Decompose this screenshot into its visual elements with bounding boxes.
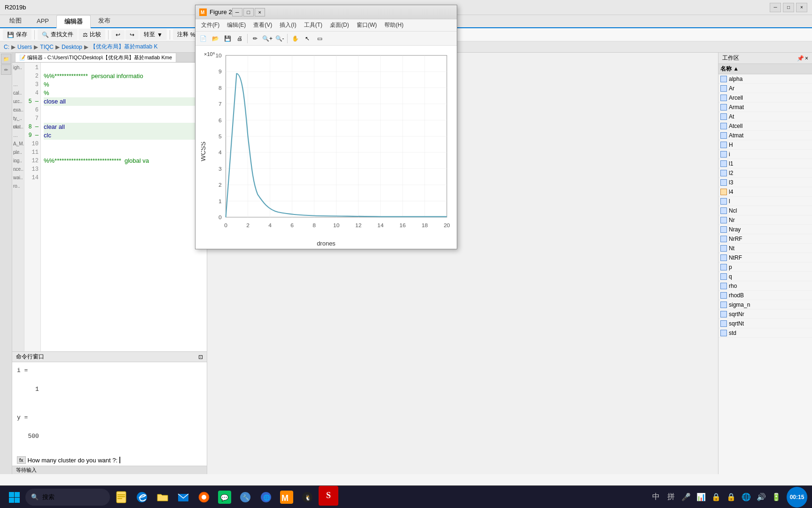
workspace-item-atcell[interactable]: Atcell — [718, 121, 812, 131]
fig-menu-window[interactable]: 窗口(W) — [353, 20, 381, 31]
taskbar-clock[interactable]: 00:15 — [787, 487, 807, 508]
fig-tb-print[interactable]: 🖨 — [234, 33, 245, 44]
start-button[interactable] — [5, 488, 23, 507]
fig-tb-edit[interactable]: ✏ — [250, 33, 261, 44]
workspace-close-icon[interactable]: × — [805, 55, 808, 62]
taskbar-icon-1[interactable]: 中 — [649, 491, 663, 504]
compare-button[interactable]: ⚖ 比较 — [78, 29, 105, 40]
maximize-button[interactable]: □ — [783, 3, 794, 12]
workspace-item-ar[interactable]: Ar — [718, 84, 812, 93]
fig-menu-tools[interactable]: 工具(T) — [300, 20, 326, 31]
workspace-item-l[interactable]: l — [718, 197, 812, 206]
workspace-item-i[interactable]: i — [718, 150, 812, 159]
fig-tb-open[interactable]: 📂 — [210, 33, 221, 44]
taskbar-app-tools[interactable]: 🔧 — [236, 488, 255, 507]
workspace-pin-icon[interactable]: 📌 — [797, 55, 804, 62]
workspace-item-rhodb[interactable]: rhodB — [718, 291, 812, 300]
fig-menu-help[interactable]: 帮助(H) — [381, 20, 407, 31]
workspace-item-rho[interactable]: rho — [718, 281, 812, 291]
workspace-item-l3[interactable]: l3 — [718, 178, 812, 187]
taskbar-search[interactable]: 🔍 搜索 — [25, 489, 110, 506]
redo-button[interactable]: ↪ — [125, 30, 139, 40]
taskbar-app-file[interactable] — [112, 488, 131, 507]
nav-icon-2[interactable]: ✏ — [1, 64, 11, 75]
fig-tb-legend[interactable]: ▭ — [314, 33, 325, 44]
figure-minimize-btn[interactable]: ─ — [232, 8, 242, 16]
workspace-item-l2[interactable]: l2 — [718, 168, 812, 178]
breadcrumb-tiqc[interactable]: TIQC — [40, 44, 54, 50]
workspace-item-nr[interactable]: Nr — [718, 215, 812, 225]
breadcrumb-folder[interactable]: 【优化布局】基於matlab K — [90, 43, 157, 51]
workspace-item-alpha[interactable]: alpha — [718, 74, 812, 84]
taskbar-app-mail[interactable] — [174, 488, 193, 507]
workspace-item-h[interactable]: H — [718, 140, 812, 150]
fig-tb-new[interactable]: 📄 — [197, 33, 209, 44]
taskbar-app-wechat[interactable]: 💬 — [215, 488, 234, 507]
fig-tb-zoom-out[interactable]: 🔍- — [274, 33, 285, 44]
save-button[interactable]: 💾 保存 — [3, 29, 31, 40]
taskbar-network-icon[interactable]: 🌐 — [740, 491, 753, 504]
fig-menu-view[interactable]: 查看(V) — [250, 20, 276, 31]
code-content[interactable]: %%************** personal informatio % %… — [41, 63, 207, 351]
taskbar-volume-icon[interactable]: 🔊 — [755, 491, 768, 504]
workspace-item-armat[interactable]: Armat — [718, 103, 812, 112]
nav-icon-1[interactable]: 📁 — [1, 54, 11, 64]
breadcrumb-c[interactable]: C: — [4, 44, 9, 50]
taskbar-table-icon[interactable]: 📊 — [695, 491, 708, 504]
fig-tb-cursor[interactable]: ↖ — [302, 33, 313, 44]
taskbar-app-browser1[interactable] — [195, 488, 213, 507]
fig-menu-desktop[interactable]: 桌面(D) — [326, 20, 353, 31]
workspace-item-nt[interactable]: Nt — [718, 244, 812, 253]
tab-app[interactable]: APP — [29, 14, 56, 27]
close-button[interactable]: × — [796, 3, 807, 12]
workspace-item-atmat[interactable]: Atmat — [718, 131, 812, 140]
taskbar-lock-icon[interactable]: 🔒 — [710, 491, 723, 504]
workspace-item-ntrf[interactable]: NtRF — [718, 253, 812, 262]
taskbar-mic-icon[interactable]: 🎤 — [679, 491, 693, 504]
taskbar-app-linux[interactable]: 🐧 — [298, 488, 317, 507]
workspace-item-q[interactable]: q — [718, 272, 812, 281]
goto-button[interactable]: 转至▼ — [140, 29, 167, 40]
minimize-button[interactable]: ─ — [770, 3, 781, 12]
workspace-item-std[interactable]: std — [718, 328, 812, 338]
figure-close-btn[interactable]: × — [255, 8, 265, 16]
fig-tb-save[interactable]: 💾 — [222, 33, 233, 44]
taskbar-pinyin-icon[interactable]: 拼 — [664, 491, 678, 504]
fig-menu-edit[interactable]: 编辑(E) — [223, 20, 250, 31]
figure-maximize-btn[interactable]: □ — [243, 8, 254, 16]
spss-icon[interactable]: S — [319, 486, 341, 508]
workspace-item-l1[interactable]: l1 — [718, 159, 812, 168]
workspace-item-at[interactable]: At — [718, 112, 812, 121]
workspace-item-arcell[interactable]: Arcell — [718, 93, 812, 103]
command-content[interactable]: i = 1 y = 500 — [12, 362, 207, 454]
fig-tb-zoom-in[interactable]: 🔍+ — [262, 33, 273, 44]
taskbar-app-folder[interactable] — [153, 488, 172, 507]
fig-menu-file[interactable]: 文件(F) — [197, 20, 223, 31]
label-empty — [12, 72, 24, 80]
workspace-item-sqrtnr[interactable]: sqrtNr — [718, 310, 812, 319]
tab-plot[interactable]: 绘图 — [2, 14, 29, 27]
workspace-item-nrrf[interactable]: NrRF — [718, 234, 812, 244]
breadcrumb-users[interactable]: Users — [17, 44, 32, 50]
fig-tb-pan[interactable]: ✋ — [289, 33, 301, 44]
workspace-item-l4[interactable]: l4 — [718, 187, 812, 197]
editor-tab[interactable]: 📝 编辑器 - C:\Users\TIQC\Desktop\【优化布局】基於ma… — [15, 53, 176, 62]
find-files-button[interactable]: 🔍 查找文件 — [38, 29, 78, 40]
workspace-item-nray[interactable]: Nray — [718, 225, 812, 234]
fig-menu-insert[interactable]: 插入(I) — [276, 20, 300, 31]
workspace-item-sigma_n[interactable]: sigma_n — [718, 300, 812, 310]
tab-publish[interactable]: 发布 — [91, 14, 118, 27]
taskbar-app-browser2[interactable]: 🌐 — [257, 488, 275, 507]
editor-code-area[interactable]: igh.. …cal.. …urc.. …exa.. …ty_.. …ulat.… — [12, 63, 207, 351]
taskbar-app-matlab[interactable]: M — [277, 488, 296, 507]
workspace-item-ncl[interactable]: Ncl — [718, 206, 812, 215]
command-expand-icon[interactable]: ⊡ — [198, 354, 203, 360]
tab-editor[interactable]: 编辑器 — [56, 15, 91, 28]
undo-button[interactable]: ↩ — [111, 30, 125, 40]
taskbar-security-icon[interactable]: 🔒 — [725, 491, 738, 504]
breadcrumb-desktop[interactable]: Desktop — [62, 44, 82, 50]
workspace-item-p[interactable]: p — [718, 262, 812, 272]
workspace-item-sqrtnt[interactable]: sqrtNt — [718, 319, 812, 328]
taskbar-battery-icon[interactable]: 🔋 — [770, 491, 783, 504]
taskbar-app-edge[interactable] — [133, 488, 151, 507]
